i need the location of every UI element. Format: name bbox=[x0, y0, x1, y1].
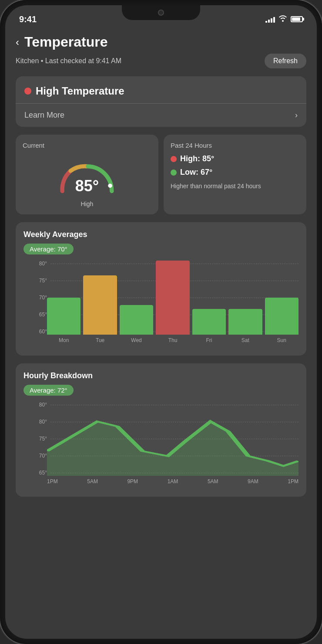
bar-chart: 80°75°70°65°60° MonTueWedThuFriSatSun bbox=[23, 261, 299, 348]
bar-day-label: Sat bbox=[228, 336, 262, 348]
weekly-chart-card: Weekly Averages Average: 70° 80°75°70°65… bbox=[16, 222, 306, 356]
wifi-icon bbox=[278, 15, 287, 24]
bar-day-label: Wed bbox=[120, 336, 153, 348]
bar bbox=[156, 261, 189, 335]
status-icons bbox=[265, 15, 303, 24]
past-low-text: Low: 67° bbox=[180, 168, 212, 177]
main-content: ‹ Temperature Kitchen • Last checked at … bbox=[5, 27, 317, 639]
bar bbox=[83, 275, 117, 335]
hourly-chart-card: Hourly Breakdown Average: 72° 80°80°75°7… bbox=[16, 363, 306, 497]
bar-group bbox=[120, 261, 153, 335]
status-time: 9:41 bbox=[19, 14, 37, 24]
learn-more-row[interactable]: Learn More › bbox=[24, 104, 298, 127]
bar-day-label: Thu bbox=[156, 336, 189, 348]
page-title: Temperature bbox=[24, 34, 107, 50]
past-24-hours-card: Past 24 Hours High: 85° Low: 67° Higher … bbox=[164, 135, 306, 214]
bar-group bbox=[47, 261, 80, 335]
stats-row: Current bbox=[16, 135, 306, 214]
camera bbox=[158, 10, 164, 16]
line-x-label: 9PM bbox=[127, 477, 138, 489]
bar-group bbox=[83, 261, 117, 335]
past-note: Higher than normal past 24 hours bbox=[171, 182, 299, 191]
signal-bar-3 bbox=[271, 18, 272, 23]
line-label-row: 1PM5AM9PM1AM5AM9AM1PM bbox=[47, 477, 299, 489]
chevron-right-icon: › bbox=[295, 111, 298, 120]
current-label: Current bbox=[23, 142, 44, 149]
current-card: Current bbox=[16, 135, 158, 214]
line-x-label: 5AM bbox=[208, 477, 218, 489]
bar-group bbox=[265, 261, 299, 335]
alert-card: High Temperature Learn More › bbox=[16, 76, 306, 127]
gauge-value: 85° bbox=[75, 177, 99, 195]
alert-title: High Temperature bbox=[36, 85, 124, 97]
past-high-item: High: 85° bbox=[171, 154, 299, 163]
gauge-container: 85° bbox=[52, 156, 122, 195]
bar bbox=[120, 305, 153, 335]
battery-icon bbox=[291, 16, 303, 22]
page-header: ‹ Temperature bbox=[16, 27, 306, 54]
bars-area bbox=[47, 261, 299, 335]
notch bbox=[122, 5, 200, 20]
bar-label-row: MonTueWedThuFriSatSun bbox=[47, 336, 299, 348]
past-high-text: High: 85° bbox=[180, 154, 214, 163]
bar-group bbox=[156, 261, 189, 335]
signal-bar-4 bbox=[273, 17, 275, 23]
bar-day-label: Tue bbox=[83, 336, 117, 348]
gauge-number: 85° bbox=[75, 177, 99, 195]
alert-header: High Temperature bbox=[24, 85, 298, 97]
low-dot-icon bbox=[171, 169, 177, 176]
signal-bars-icon bbox=[265, 16, 275, 23]
line-x-label: 9AM bbox=[248, 477, 258, 489]
bar bbox=[265, 298, 299, 335]
refresh-button[interactable]: Refresh bbox=[265, 54, 306, 68]
signal-bar-1 bbox=[265, 21, 267, 23]
hourly-avg-badge: Average: 72° bbox=[23, 385, 74, 396]
line-x-label: 5AM bbox=[87, 477, 98, 489]
line-x-label: 1PM bbox=[288, 477, 299, 489]
line-chart-svg bbox=[47, 402, 299, 476]
line-x-label: 1AM bbox=[168, 477, 178, 489]
hourly-chart-title: Hourly Breakdown bbox=[23, 371, 299, 380]
learn-more-label: Learn More bbox=[24, 111, 64, 120]
bar bbox=[47, 298, 80, 335]
subtitle-text: Kitchen • Last checked at 9:41 AM bbox=[16, 57, 121, 65]
bar bbox=[228, 309, 262, 335]
weekly-chart-title: Weekly Averages bbox=[23, 230, 299, 239]
bar-day-label: Mon bbox=[47, 336, 80, 348]
battery-fill bbox=[292, 17, 300, 21]
subtitle-row: Kitchen • Last checked at 9:41 AM Refres… bbox=[16, 54, 306, 68]
past-low-item: Low: 67° bbox=[171, 168, 299, 177]
high-dot-icon bbox=[171, 156, 177, 162]
bar bbox=[192, 309, 226, 335]
line-x-label: 1PM bbox=[47, 477, 58, 489]
bar-day-label: Sun bbox=[265, 336, 299, 348]
alert-dot-icon bbox=[24, 88, 31, 95]
svg-point-0 bbox=[108, 183, 112, 187]
weekly-avg-badge: Average: 70° bbox=[23, 244, 74, 254]
bar-group bbox=[228, 261, 262, 335]
back-button[interactable]: ‹ bbox=[16, 36, 19, 48]
line-svg-container bbox=[47, 402, 299, 476]
signal-bar-2 bbox=[268, 20, 270, 23]
line-chart: 80°80°75°70°65° 1PM5AM9PM1AM5AM9AM1PM bbox=[23, 402, 299, 489]
bar-day-label: Fri bbox=[192, 336, 226, 348]
past-label: Past 24 Hours bbox=[171, 142, 299, 149]
gauge-status: High bbox=[81, 200, 94, 207]
bar-group bbox=[192, 261, 226, 335]
